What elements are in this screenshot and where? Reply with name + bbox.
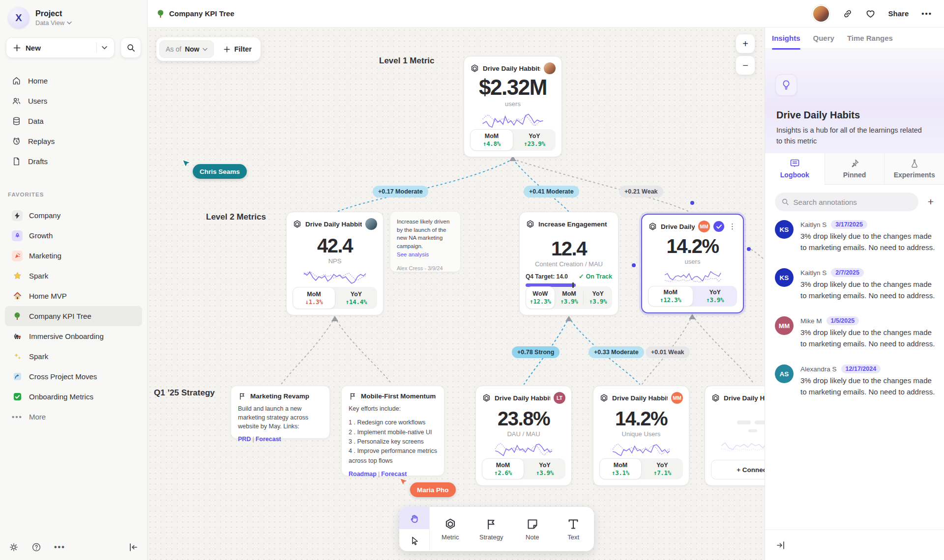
annotation-entry[interactable]: AS Alexandra S 12/17/2024 3% drop likely…: [775, 364, 936, 397]
metric-icon: [482, 393, 491, 403]
users-icon: [12, 96, 21, 106]
sidebar-item-growth[interactable]: Growth: [5, 225, 142, 246]
chevron-down-icon[interactable]: [102, 46, 107, 50]
user-avatar[interactable]: [812, 5, 830, 23]
subtab-experiments[interactable]: Experiments: [884, 153, 944, 185]
metric-unit: NPS: [293, 257, 377, 265]
sidebar-item-spark-2[interactable]: Spark: [5, 346, 142, 366]
workspace-logo: X: [8, 7, 30, 28]
add-filter-button[interactable]: Filter: [218, 45, 257, 53]
sparkline: [293, 268, 377, 287]
connect-button[interactable]: + Connect: [711, 460, 765, 479]
level-2-label: Level 2 Metrics: [206, 212, 266, 222]
project-switcher[interactable]: X Project Data View: [8, 7, 72, 28]
stat-yoy: YoY ↑23.9%: [513, 129, 556, 151]
project-view-dropdown[interactable]: Data View: [35, 19, 72, 27]
metric-card-nps[interactable]: Drive Daily Habbits 42.4 NPS MoM ↓1.3% Y…: [286, 212, 384, 315]
metric-card-unconnected[interactable]: Drive Daily Hab + Connect: [705, 386, 765, 486]
search-annotations-input[interactable]: [794, 198, 912, 206]
more-menu-icon[interactable]: •••: [921, 9, 932, 18]
prd-link[interactable]: PRD: [238, 436, 251, 443]
annotation-author: Kaitlyn S: [800, 221, 826, 228]
sidebar-item-data[interactable]: Data: [5, 111, 142, 131]
as-of-dropdown[interactable]: As of Now: [159, 40, 214, 58]
annotation-body: 3% drop likely due to the changes made t…: [800, 231, 936, 253]
tab-time-ranges[interactable]: Time Ranges: [847, 28, 893, 49]
sidebar-item-company[interactable]: Company: [5, 205, 142, 225]
search-button[interactable]: [120, 37, 141, 58]
on-track-status: ✓ On Track: [579, 273, 612, 280]
search-icon: [782, 198, 789, 206]
card-menu-icon[interactable]: ⋮: [728, 222, 737, 231]
sidebar-item-more[interactable]: ••• More: [5, 407, 142, 427]
sparkline: [471, 111, 555, 129]
tab-query[interactable]: Query: [813, 28, 834, 49]
sidebar-item-replays[interactable]: Replays: [5, 131, 142, 151]
panel-footer: [765, 530, 944, 560]
roadmap-link[interactable]: Roadmap: [349, 471, 377, 477]
settings-gear-icon[interactable]: [9, 542, 19, 552]
annotation-note[interactable]: Increase likely driven by the launch of …: [390, 212, 460, 272]
strategy-tool-button[interactable]: Strategy: [471, 507, 512, 551]
metric-card-engagement[interactable]: Increase Engagement 12.4 Content Creatio…: [519, 212, 619, 315]
owner-avatar: [544, 62, 556, 74]
owner-badge: MM: [698, 221, 710, 232]
collapse-panel-icon[interactable]: [776, 541, 786, 550]
sidebar-item-drafts[interactable]: Drafts: [5, 151, 142, 171]
zoom-in-button[interactable]: +: [736, 34, 755, 53]
sidebar-item-company-kpi-tree[interactable]: Company KPI Tree: [5, 306, 142, 326]
annotation-entry[interactable]: MM Mike M 1/5/2025 3% drop likely due to…: [775, 316, 936, 349]
forecast-link[interactable]: Forecast: [381, 471, 407, 477]
plus-icon: [13, 44, 21, 52]
annotation-entry[interactable]: KS Kaitlyn S 3/17/2025 3% drop likely du…: [775, 220, 936, 253]
sparkline: [482, 441, 565, 458]
sidebar-item-spark[interactable]: Spark: [5, 266, 142, 286]
sidebar-item-onboarding-metrics[interactable]: Onboarding Metrics: [5, 387, 142, 407]
check-icon: ✓: [579, 273, 584, 280]
copy-link-icon[interactable]: [843, 9, 853, 19]
metric-unit: DAU / MAU: [482, 430, 565, 438]
annotation-entry[interactable]: KS Kaitlyn S 2/7/2025 3% drop likely due…: [775, 268, 936, 301]
subtab-pinned[interactable]: Pinned: [825, 153, 885, 185]
note-tool-button[interactable]: Note: [512, 507, 553, 551]
metric-card-selected[interactable]: Drive Daily Habb.. MM ⋮ 14.2% users MoM …: [641, 214, 744, 313]
sidebar-item-immersive-onboarding[interactable]: Immersive Onboarding: [5, 326, 142, 346]
forecast-link[interactable]: Forecast: [256, 436, 281, 443]
flag-icon: [238, 392, 246, 400]
metric-card-dau[interactable]: Drive Daily Habbits LT 23.8% DAU / MAU M…: [475, 386, 572, 486]
add-annotation-button[interactable]: +: [924, 196, 937, 208]
favorites-heading: FAVORITES: [8, 192, 44, 197]
favorite-heart-icon[interactable]: [865, 9, 876, 19]
sidebar-item-marketing[interactable]: Marketing: [5, 246, 142, 266]
metric-value: $2.32M: [470, 75, 556, 100]
annotation-search[interactable]: [775, 193, 918, 211]
tab-insights[interactable]: Insights: [772, 28, 800, 49]
sidebar-item-home[interactable]: Home: [5, 71, 142, 91]
new-button[interactable]: New: [6, 37, 115, 58]
metric-card-unique-users[interactable]: Drive Daily Habbits MM 14.2% Unique User…: [593, 386, 689, 486]
subtab-logbook[interactable]: Logbook: [765, 153, 825, 185]
zoom-out-button[interactable]: −: [736, 56, 755, 75]
text-tool-button[interactable]: Text: [553, 507, 594, 551]
metric-tool-button[interactable]: Metric: [430, 507, 471, 551]
tree-icon: [12, 311, 23, 322]
metric-card-level1[interactable]: Drive Daily Habbits $2.32M users MoM ↑4.…: [464, 56, 562, 157]
insights-hero: Drive Daily Habits Insights is a hub for…: [765, 50, 944, 153]
file-icon: [12, 157, 21, 166]
hand-tool-button[interactable]: [399, 507, 429, 529]
strategy-note-marketing[interactable]: Marketing Revamp Build and launch a new …: [231, 386, 330, 439]
sidebar-item-users[interactable]: Users: [5, 91, 142, 111]
more-options-icon[interactable]: •••: [54, 543, 65, 552]
kpi-tree-canvas[interactable]: As of Now Filter + − Level 1 Metric Leve…: [148, 28, 765, 560]
document-title: Company KPI Tree: [156, 9, 235, 18]
sidebar-item-cross-project-moves[interactable]: Cross Project Moves: [5, 366, 142, 387]
stat-wow: WoW ↑12.3%: [526, 286, 555, 309]
select-tool-button[interactable]: [399, 529, 429, 551]
sidebar-item-home-mvp[interactable]: Home MVP: [5, 286, 142, 306]
collapse-sidebar-icon[interactable]: [128, 543, 138, 552]
help-icon[interactable]: [31, 542, 41, 552]
share-button[interactable]: Share: [888, 9, 909, 18]
see-analysis-link[interactable]: See analysis: [397, 251, 454, 259]
strategy-note-mobile[interactable]: Mobile-First Momentum Key efforts includ…: [341, 386, 444, 476]
chevron-down-icon: [203, 48, 207, 51]
